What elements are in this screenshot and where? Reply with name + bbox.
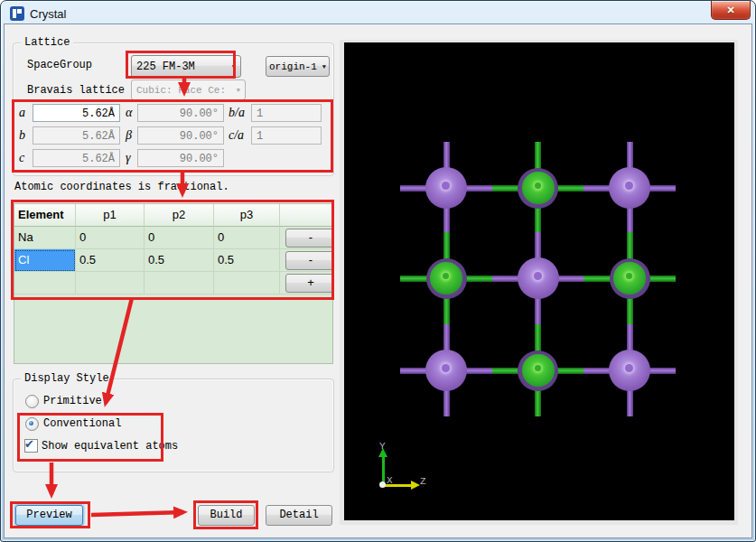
preview-button[interactable]: Preview xyxy=(15,505,83,526)
check-icon: ✔ xyxy=(24,437,34,451)
ca-input: 1 xyxy=(251,126,322,145)
cell-p1[interactable]: 0 xyxy=(76,227,145,249)
chevron-down-icon: ▼ xyxy=(232,63,236,70)
cell-action: - xyxy=(280,249,332,272)
cell-p2[interactable]: 0.5 xyxy=(145,249,214,272)
col-header-p2: p2 xyxy=(145,204,214,227)
cell-empty[interactable] xyxy=(14,272,76,294)
cell-p1[interactable]: 0.5 xyxy=(76,249,145,272)
a-label: a xyxy=(19,107,25,118)
atom-Na xyxy=(609,167,650,209)
conventional-radio[interactable] xyxy=(25,417,39,431)
bravais-label: Bravais lattice xyxy=(27,85,125,97)
primitive-radio-label[interactable]: Primitive xyxy=(43,396,102,407)
spacegroup-label: SpaceGroup xyxy=(27,60,92,71)
close-icon: ✕ xyxy=(726,5,734,16)
c-label: c xyxy=(19,152,24,164)
app-icon xyxy=(10,6,24,21)
origin-select[interactable]: origin-1 ▼ xyxy=(266,56,330,77)
show-equivalent-atoms-checkbox[interactable]: ✔ xyxy=(24,439,38,453)
atom-Na xyxy=(425,167,467,209)
chevron-down-icon: ▼ xyxy=(237,87,240,94)
cell-empty[interactable] xyxy=(76,272,145,294)
atom-Cl xyxy=(522,354,555,387)
primitive-radio[interactable] xyxy=(25,395,39,408)
col-header-actions xyxy=(280,204,332,227)
display-style-label: Display Style xyxy=(21,372,113,385)
ba-input: 1 xyxy=(251,104,322,122)
atom-Cl xyxy=(522,172,555,204)
atoms-table: Element p1 p2 p3 Na 0 0 0 - Cl 0.5 0.5 0… xyxy=(14,203,333,364)
build-button[interactable]: Build xyxy=(198,505,255,526)
bravais-value: Cubic: Face Ce: xyxy=(136,85,233,96)
cell-p2[interactable]: 0 xyxy=(145,227,214,249)
axis-y-label: Y xyxy=(379,441,386,452)
col-header-element: Element xyxy=(14,204,76,227)
spacegroup-select[interactable]: 225 FM-3M ▼ xyxy=(131,55,241,78)
chevron-down-icon: ▼ xyxy=(322,63,326,70)
cell-action: - xyxy=(280,227,332,249)
cell-empty[interactable] xyxy=(214,272,280,294)
alpha-input: 90.00° xyxy=(137,104,224,122)
crystal-dialog: Crystal ✕ Lattice SpaceGroup 225 FM-3M ▼… xyxy=(0,0,756,542)
ba-label: b/a xyxy=(229,107,245,118)
detail-button[interactable]: Detail xyxy=(266,505,332,526)
spacegroup-value: 225 FM-3M xyxy=(136,61,229,73)
atom-Na xyxy=(425,350,467,391)
axis-z-arrow-icon xyxy=(411,481,420,490)
col-header-p3: p3 xyxy=(214,204,280,227)
bravais-select: Cubic: Face Ce: ▼ xyxy=(131,79,246,100)
c-input: 5.62Å xyxy=(33,149,120,167)
atom-Cl xyxy=(613,262,646,294)
col-header-p1: p1 xyxy=(76,204,145,227)
cell-action: + xyxy=(280,272,332,294)
cell-element[interactable]: Na xyxy=(14,227,76,249)
remove-row-button[interactable]: - xyxy=(285,229,332,248)
alpha-label: α xyxy=(126,107,132,118)
cell-p3[interactable]: 0 xyxy=(214,227,280,249)
cell-element-selected[interactable]: Cl xyxy=(14,249,76,272)
lattice-group-label: Lattice xyxy=(21,36,73,49)
beta-label: β xyxy=(126,129,132,141)
atom-Na xyxy=(609,350,650,391)
window-title: Crystal xyxy=(30,7,66,21)
gamma-input: 90.00° xyxy=(137,149,224,167)
gamma-label: γ xyxy=(126,152,131,164)
close-button[interactable]: ✕ xyxy=(711,1,751,20)
atom-Cl xyxy=(430,262,462,294)
conventional-radio-label[interactable]: Conventional xyxy=(43,418,121,430)
beta-input: 90.00° xyxy=(137,126,224,145)
axis-x-label: X xyxy=(387,475,393,486)
axis-z-label: Z xyxy=(420,476,426,487)
atom-Na xyxy=(518,257,559,299)
add-row-button[interactable]: + xyxy=(285,274,332,293)
remove-row-button[interactable]: - xyxy=(285,251,332,270)
cell-empty[interactable] xyxy=(145,272,214,294)
cell-p3[interactable]: 0.5 xyxy=(214,249,280,272)
origin-value: origin-1 xyxy=(269,61,319,72)
axis-origin xyxy=(379,481,386,488)
coords-note: Atomic coordinates is fractional. xyxy=(14,182,229,193)
b-label: b xyxy=(19,129,25,141)
b-input: 5.62Å xyxy=(33,126,120,145)
titlebar[interactable]: Crystal xyxy=(2,2,754,24)
ca-label: c/a xyxy=(229,129,244,141)
crystal-canvas[interactable]: Y Z X xyxy=(344,42,734,520)
show-equivalent-atoms-label[interactable]: Show equivalent atoms xyxy=(42,441,178,453)
a-input[interactable]: 5.62Å xyxy=(33,104,120,122)
